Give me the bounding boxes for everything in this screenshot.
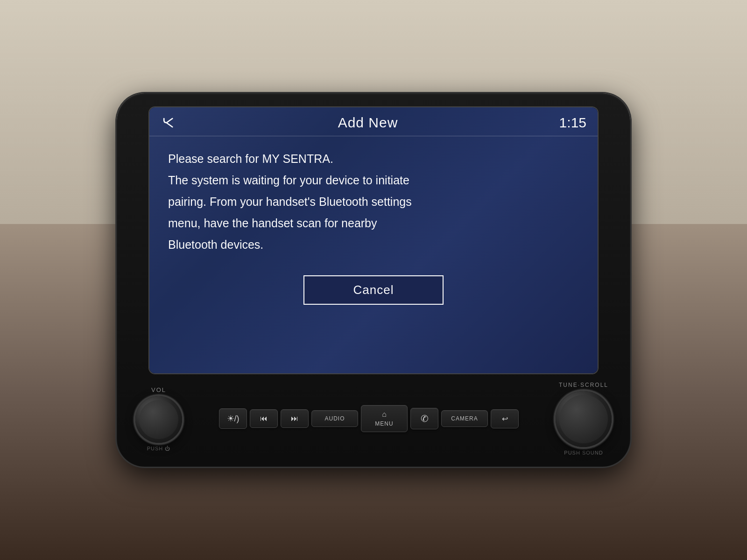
brightness-icon: ☀/): [227, 413, 240, 424]
phone-button[interactable]: ✆: [410, 408, 438, 429]
menu-label: MENU: [375, 420, 393, 427]
camera-button[interactable]: CAMERA: [441, 410, 488, 427]
prev-icon: ⏮: [260, 414, 268, 423]
next-button[interactable]: ⏭: [281, 409, 309, 428]
audio-label: AUDIO: [324, 415, 345, 422]
button-row: ☀/) ⏮ ⏭ AUDIO ⌂ MENU: [182, 405, 556, 432]
vol-area: VOL PUSH ⏻: [135, 386, 182, 451]
cancel-button[interactable]: Cancel: [303, 275, 444, 305]
screen-time: 1:15: [558, 115, 586, 131]
vol-label: VOL: [151, 386, 166, 393]
pairing-message: Please search for MY SENTRA. The system …: [168, 149, 579, 257]
vol-knob[interactable]: [135, 396, 182, 443]
message-line2: The system is waiting for your device to…: [168, 171, 579, 189]
home-icon: ⌂: [382, 410, 387, 419]
message-line1: Please search for MY SENTRA.: [168, 149, 579, 168]
screen-header: Add New 1:15: [149, 107, 598, 136]
controls-row: VOL PUSH ⏻ ☀/) ⏮ ⏭: [131, 382, 616, 455]
audio-button[interactable]: AUDIO: [311, 410, 358, 427]
cancel-button-wrapper: Cancel: [168, 275, 579, 305]
hw-back-button[interactable]: ↩: [491, 409, 519, 428]
push-label: PUSH ⏻: [147, 446, 171, 451]
tune-area: TUNE·SCROLL PUSH SOUND: [556, 382, 612, 455]
next-icon: ⏭: [291, 414, 298, 423]
head-unit: Add New 1:15 Please search for MY SENTRA…: [117, 93, 630, 467]
head-unit-container: Add New 1:15 Please search for MY SENTRA…: [105, 77, 642, 483]
back-button[interactable]: [161, 114, 177, 131]
camera-label: CAMERA: [451, 415, 478, 422]
prev-button[interactable]: ⏮: [250, 409, 278, 428]
message-line3: pairing. From your handset's Bluetooth s…: [168, 192, 579, 211]
brightness-button[interactable]: ☀/): [219, 408, 247, 429]
tune-knob[interactable]: [556, 391, 612, 447]
push-sound-label: PUSH SOUND: [564, 450, 603, 455]
hw-back-icon: ↩: [502, 414, 508, 423]
screen-title: Add New: [177, 115, 558, 131]
phone-icon: ✆: [421, 413, 429, 424]
tune-label: TUNE·SCROLL: [559, 382, 608, 388]
message-line4: menu, have the handset scan for nearby: [168, 214, 579, 232]
screen: Add New 1:15 Please search for MY SENTRA…: [149, 107, 598, 373]
message-line5: Bluetooth devices.: [168, 235, 579, 254]
screen-wrapper: Add New 1:15 Please search for MY SENTRA…: [149, 107, 598, 373]
menu-button[interactable]: ⌂ MENU: [361, 405, 408, 432]
screen-content: Please search for MY SENTRA. The system …: [149, 136, 598, 373]
